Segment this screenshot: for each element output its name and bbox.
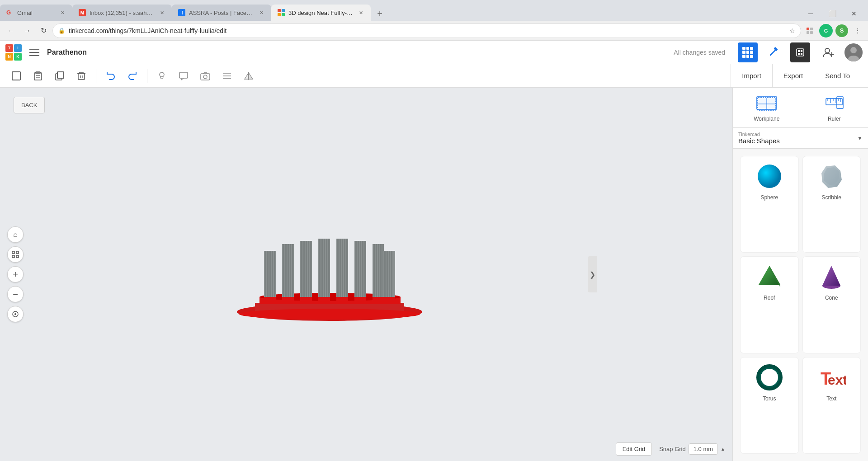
shape-roof[interactable]: Roof: [740, 256, 799, 353]
svg-rect-73: [303, 241, 305, 303]
delete-button[interactable]: [72, 67, 90, 85]
close-button[interactable]: ✕: [844, 6, 864, 21]
svg-line-12: [770, 50, 776, 55]
fit-view-button[interactable]: [7, 246, 24, 263]
light-bulb-button[interactable]: [153, 67, 171, 85]
star-icon[interactable]: ☆: [789, 27, 795, 34]
back-button[interactable]: ←: [4, 24, 18, 38]
shapes-grid: Sphere Scribble: [733, 149, 868, 461]
shape-scribble[interactable]: Scribble: [802, 156, 861, 253]
svg-point-36: [160, 72, 164, 77]
user-avatar[interactable]: [844, 43, 863, 61]
edit-grid-button[interactable]: Edit Grid: [616, 442, 652, 456]
hamburger-line-3: [29, 55, 39, 56]
tab-gmail[interactable]: G Gmail ✕: [0, 5, 72, 21]
notes-button[interactable]: [175, 67, 193, 85]
menu-icon[interactable]: ⋮: [851, 24, 864, 38]
svg-rect-103: [380, 244, 382, 303]
tab-tinkercad[interactable]: 3D design Neat Fulffy-Luulia | Ti... ✕: [271, 5, 371, 21]
shape-sphere[interactable]: Sphere: [740, 156, 799, 253]
svg-rect-115: [757, 97, 777, 109]
toolbar-separator-2: [147, 69, 147, 83]
import-button[interactable]: Import: [731, 64, 772, 88]
new-box-button[interactable]: [7, 67, 25, 85]
send-to-button[interactable]: Send To: [814, 64, 861, 88]
svg-rect-83: [328, 239, 330, 303]
dropdown-arrow-icon: ▼: [857, 135, 863, 141]
tab-inbox-close[interactable]: ✕: [158, 9, 165, 16]
svg-rect-100: [373, 244, 375, 303]
ruler-tool[interactable]: Ruler: [801, 88, 868, 127]
duplicate-button[interactable]: [51, 67, 69, 85]
paste-button[interactable]: [29, 67, 47, 85]
svg-rect-81: [324, 239, 325, 303]
export-button[interactable]: Export: [772, 64, 814, 88]
svg-rect-48: [12, 255, 14, 258]
grammarly-icon[interactable]: G: [819, 24, 833, 38]
svg-rect-97: [364, 241, 366, 303]
shape-cone[interactable]: Cone: [802, 256, 861, 353]
dark-mode-button[interactable]: [790, 42, 810, 62]
svg-rect-10: [807, 31, 809, 34]
svg-rect-67: [288, 244, 289, 303]
camera-button[interactable]: [196, 67, 214, 85]
roof-label: Roof: [764, 295, 775, 301]
mirror-button[interactable]: [240, 67, 258, 85]
svg-text:M: M: [80, 10, 84, 15]
3d-edit-button[interactable]: [763, 42, 783, 62]
back-button[interactable]: BACK: [14, 97, 45, 113]
app-header: T I N K Parathenon All changes saved: [0, 41, 868, 64]
tab-facebook-title: ASSRA - Posts | ASSRA - Posts | Facebook…: [189, 9, 254, 16]
svg-rect-98: [354, 297, 366, 304]
forward-button[interactable]: →: [20, 24, 34, 38]
extensions-icon[interactable]: [803, 24, 816, 38]
svg-rect-6: [278, 13, 281, 16]
profile-icon[interactable]: S: [835, 24, 848, 37]
logo-cell-i: I: [14, 44, 22, 52]
tab-inbox[interactable]: M Inbox (12,351) - s.sahoo.co@gm... ✕: [72, 5, 172, 21]
svg-rect-59: [267, 251, 269, 303]
snap-grid-chevron[interactable]: ▲: [721, 447, 725, 452]
category-value: Basic Shapes: [738, 137, 857, 145]
new-tab-button[interactable]: +: [373, 6, 387, 21]
minimize-button[interactable]: ─: [800, 6, 821, 21]
tab-facebook[interactable]: f ASSRA - Posts | ASSRA - Posts | Facebo…: [172, 5, 271, 21]
tinkercad-logo[interactable]: T I N K: [5, 44, 22, 61]
snap-grid-value[interactable]: 1.0 mm: [689, 443, 718, 455]
bottom-bar: Edit Grid Snap Grid 1.0 mm ▲: [616, 442, 725, 456]
shape-text[interactable]: T ext Text: [802, 357, 861, 454]
canvas-area[interactable]: BACK ⌂ + −: [0, 88, 732, 461]
add-person-button[interactable]: [819, 43, 837, 61]
zoom-in-button[interactable]: +: [7, 266, 24, 282]
tab-tinkercad-close[interactable]: ✕: [357, 9, 364, 16]
hamburger-menu[interactable]: [27, 45, 42, 60]
browser-chrome: G Gmail ✕ M Inbox (12,351) - s.sahoo.co@…: [0, 0, 868, 41]
collapse-sidebar-handle[interactable]: ❯: [588, 256, 597, 292]
category-dropdown[interactable]: Tinkercad Basic Shapes ▼: [733, 128, 868, 149]
svg-rect-58: [265, 251, 266, 303]
svg-rect-88: [342, 239, 343, 303]
svg-rect-37: [179, 72, 188, 78]
grid-view-button[interactable]: [738, 42, 758, 62]
tab-inbox-title: Inbox (12,351) - s.sahoo.co@gm...: [90, 9, 155, 16]
zoom-out-button[interactable]: −: [7, 286, 24, 302]
shape-torus[interactable]: Torus: [740, 357, 799, 454]
undo-button[interactable]: [102, 67, 120, 85]
svg-rect-63: [264, 297, 276, 304]
refresh-button[interactable]: ↻: [36, 24, 51, 38]
workplane-tool[interactable]: Workplane: [733, 88, 801, 127]
maximize-button[interactable]: ⬜: [822, 6, 843, 21]
svg-rect-93: [355, 241, 357, 303]
home-view-button[interactable]: ⌂: [7, 226, 24, 243]
address-bar[interactable]: 🔒 tinkercad.com/things/7kmLLJAniCh-neat-…: [52, 24, 801, 38]
tab-gmail-close[interactable]: ✕: [59, 9, 66, 16]
address-text: tinkercad.com/things/7kmLLJAniCh-neat-fu…: [69, 27, 786, 34]
ruler-label: Ruler: [828, 116, 841, 122]
reset-view-button[interactable]: [7, 306, 24, 322]
tab-facebook-close[interactable]: ✕: [258, 9, 265, 16]
svg-point-19: [825, 48, 830, 53]
svg-marker-44: [245, 73, 249, 79]
category-label: Tinkercad: [738, 132, 857, 137]
redo-button[interactable]: [123, 67, 142, 85]
align-button[interactable]: [218, 67, 236, 85]
